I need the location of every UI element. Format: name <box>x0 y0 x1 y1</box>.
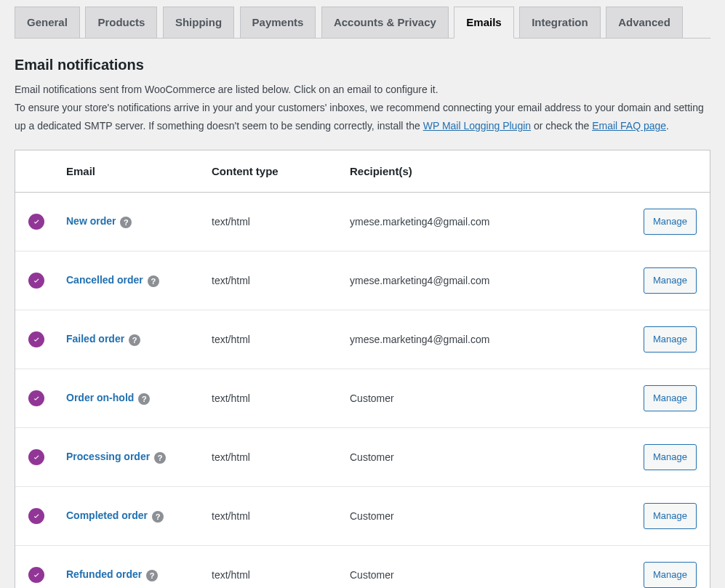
content-type-cell: text/html <box>204 369 343 428</box>
content-type-cell: text/html <box>204 251 343 310</box>
tab-products[interactable]: Products <box>85 7 157 38</box>
table-row: Order on-hold?text/htmlCustomerManage <box>15 369 710 428</box>
email-name-link[interactable]: Order on-hold <box>66 392 134 403</box>
recipients-cell: Customer <box>343 487 636 546</box>
recipients-cell: Customer <box>343 428 636 487</box>
content-type-cell: text/html <box>204 546 343 588</box>
header-email: Email <box>59 150 204 193</box>
email-name-link[interactable]: Refunded order <box>66 568 142 580</box>
actions-cell: Manage <box>636 546 710 588</box>
status-enabled-icon <box>28 508 44 524</box>
table-header-row: Email Content type Recipient(s) <box>15 150 710 193</box>
header-actions <box>636 150 710 193</box>
table-row: Refunded order?text/htmlCustomerManage <box>15 546 710 588</box>
name-cell: Cancelled order? <box>59 251 204 310</box>
manage-button[interactable]: Manage <box>644 326 697 353</box>
actions-cell: Manage <box>636 251 710 310</box>
recipients-cell: ymese.marketing4@gmail.com <box>343 251 636 310</box>
header-content-type: Content type <box>204 150 343 193</box>
help-tip-icon[interactable]: ? <box>146 570 158 581</box>
manage-button[interactable]: Manage <box>644 503 697 529</box>
name-cell: Order on-hold? <box>59 369 204 428</box>
header-status <box>15 150 59 193</box>
status-enabled-icon <box>28 390 44 406</box>
status-enabled-icon <box>28 214 44 230</box>
tab-emails[interactable]: Emails <box>454 7 513 39</box>
help-tip-icon[interactable]: ? <box>154 452 166 464</box>
header-recipients: Recipient(s) <box>343 150 636 193</box>
content-type-cell: text/html <box>204 428 343 487</box>
table-row: Cancelled order?text/htmlymese.marketing… <box>15 251 710 310</box>
name-cell: Completed order? <box>59 487 204 546</box>
email-name-link[interactable]: Processing order <box>66 451 150 462</box>
wp-mail-logging-link[interactable]: WP Mail Logging Plugin <box>423 120 531 132</box>
section-title: Email notifications <box>15 57 710 73</box>
status-cell <box>15 546 59 588</box>
help-tip-icon[interactable]: ? <box>152 511 164 523</box>
table-row: New order?text/htmlymese.marketing4@gmai… <box>15 193 710 251</box>
section-description: Email notifications sent from WooCommerc… <box>15 81 710 136</box>
name-cell: Processing order? <box>59 428 204 487</box>
manage-button[interactable]: Manage <box>644 385 697 411</box>
tab-shipping[interactable]: Shipping <box>163 7 234 38</box>
email-name-link[interactable]: Completed order <box>66 510 148 521</box>
table-row: Completed order?text/htmlCustomerManage <box>15 487 710 546</box>
tab-general[interactable]: General <box>15 7 80 38</box>
recipients-cell: Customer <box>343 369 636 428</box>
recipients-cell: ymese.marketing4@gmail.com <box>343 193 636 251</box>
name-cell: Failed order? <box>59 310 204 369</box>
actions-cell: Manage <box>636 193 710 251</box>
status-cell <box>15 428 59 487</box>
help-tip-icon[interactable]: ? <box>120 217 132 228</box>
status-cell <box>15 251 59 310</box>
status-enabled-icon <box>28 273 44 289</box>
email-settings-table: Email Content type Recipient(s) New orde… <box>15 150 710 588</box>
status-cell <box>15 369 59 428</box>
help-tip-icon[interactable]: ? <box>148 275 159 287</box>
tab-accounts-privacy[interactable]: Accounts & Privacy <box>321 7 449 38</box>
tab-advanced[interactable]: Advanced <box>606 7 683 38</box>
table-row: Failed order?text/htmlymese.marketing4@g… <box>15 310 710 369</box>
actions-cell: Manage <box>636 428 710 487</box>
settings-tabs: GeneralProductsShippingPaymentsAccounts … <box>15 0 710 39</box>
table-row: Processing order?text/htmlCustomerManage <box>15 428 710 487</box>
content-type-cell: text/html <box>204 310 343 369</box>
description-text-mid: or check the <box>534 120 592 132</box>
content-type-cell: text/html <box>204 487 343 546</box>
actions-cell: Manage <box>636 310 710 369</box>
email-name-link[interactable]: New order <box>66 215 116 227</box>
status-enabled-icon <box>28 331 44 347</box>
help-tip-icon[interactable]: ? <box>129 334 140 346</box>
email-name-link[interactable]: Cancelled order <box>66 274 143 286</box>
manage-button[interactable]: Manage <box>644 209 697 235</box>
tab-payments[interactable]: Payments <box>240 7 316 38</box>
status-cell <box>15 310 59 369</box>
email-faq-link[interactable]: Email FAQ page <box>592 120 666 132</box>
name-cell: New order? <box>59 193 204 251</box>
actions-cell: Manage <box>636 487 710 546</box>
help-tip-icon[interactable]: ? <box>138 393 150 405</box>
name-cell: Refunded order? <box>59 546 204 588</box>
status-enabled-icon <box>28 567 44 583</box>
tab-integration[interactable]: Integration <box>519 7 601 38</box>
manage-button[interactable]: Manage <box>644 267 697 294</box>
recipients-cell: ymese.marketing4@gmail.com <box>343 310 636 369</box>
manage-button[interactable]: Manage <box>644 562 697 588</box>
actions-cell: Manage <box>636 369 710 428</box>
email-name-link[interactable]: Failed order <box>66 333 124 345</box>
description-text-post: . <box>666 120 669 132</box>
status-cell <box>15 193 59 251</box>
status-cell <box>15 487 59 546</box>
recipients-cell: Customer <box>343 546 636 588</box>
status-enabled-icon <box>28 449 44 465</box>
content-type-cell: text/html <box>204 193 343 251</box>
manage-button[interactable]: Manage <box>644 444 697 470</box>
